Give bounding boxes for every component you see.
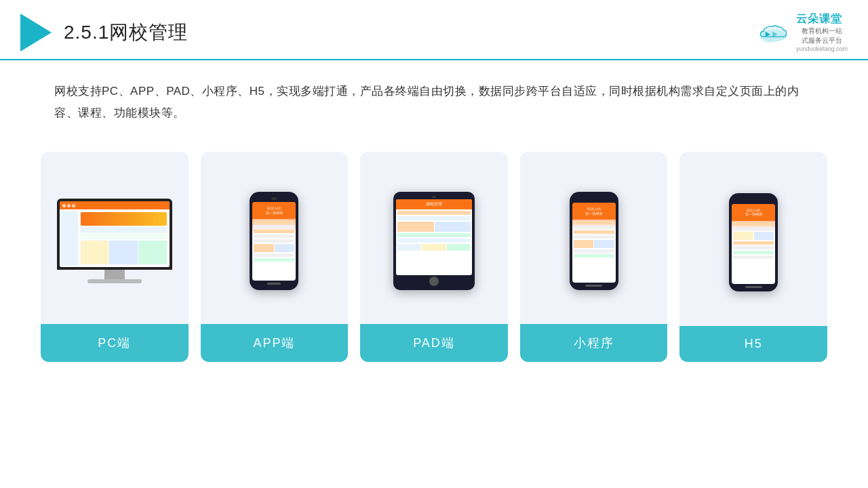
notch-phone-mock-h5: 职达人的第一堂网课 (729, 193, 778, 291)
h5-image-area: 职达人的第一堂网课 (679, 152, 827, 326)
notch-phone-mock-mini: 职达人的第一堂网课 (570, 192, 618, 290)
pc-image-area (41, 152, 189, 324)
card-h5: 职达人的第一堂网课 (679, 152, 827, 362)
cloud-icon (755, 22, 792, 43)
brand-logo: 云朵课堂 教育机构一站 式服务云平台 yunduoketang.com (755, 12, 848, 52)
app-image-area: 职达人的第一堂网课 (201, 152, 349, 324)
pad-device-mock: 课程管理 (393, 192, 475, 290)
card-label-h5: H5 (679, 326, 827, 362)
logo-triangle-icon (20, 14, 52, 52)
card-pad: 课程管理 (360, 152, 508, 362)
card-label-pc: PC端 (41, 324, 189, 362)
phone-device-mock: 职达人的第一堂网课 (250, 192, 298, 290)
description-text: 网校支持PC、APP、PAD、小程序、H5，实现多端打通，产品各终端自由切换，数… (0, 60, 868, 138)
brand-url-text: yunduoketang.com (796, 45, 848, 52)
pad-image-area: 课程管理 (360, 152, 508, 324)
card-app: 职达人的第一堂网课 (201, 152, 349, 362)
page-title: 2.5.1网校管理 (64, 20, 188, 45)
card-pc: PC端 (41, 152, 189, 362)
brand-icon: 云朵课堂 教育机构一站 式服务云平台 yunduoketang.com (755, 12, 848, 52)
pc-device-mock (57, 199, 172, 283)
mini-image-area: 职达人的第一堂网课 (520, 152, 668, 324)
brand-name-text: 云朵课堂 教育机构一站 式服务云平台 yunduoketang.com (796, 12, 848, 52)
brand-sub-text: 教育机构一站 式服务云平台 (796, 26, 848, 45)
card-label-app: APP端 (201, 324, 349, 362)
header: 2.5.1网校管理 云朵课堂 教育机构一站 (0, 0, 868, 60)
card-mini: 职达人的第一堂网课 (520, 152, 668, 362)
header-left: 2.5.1网校管理 (20, 14, 188, 52)
card-label-mini: 小程序 (520, 324, 668, 362)
cards-container: PC端 职达人的第一堂网课 (0, 138, 868, 375)
card-label-pad: PAD端 (360, 324, 508, 362)
